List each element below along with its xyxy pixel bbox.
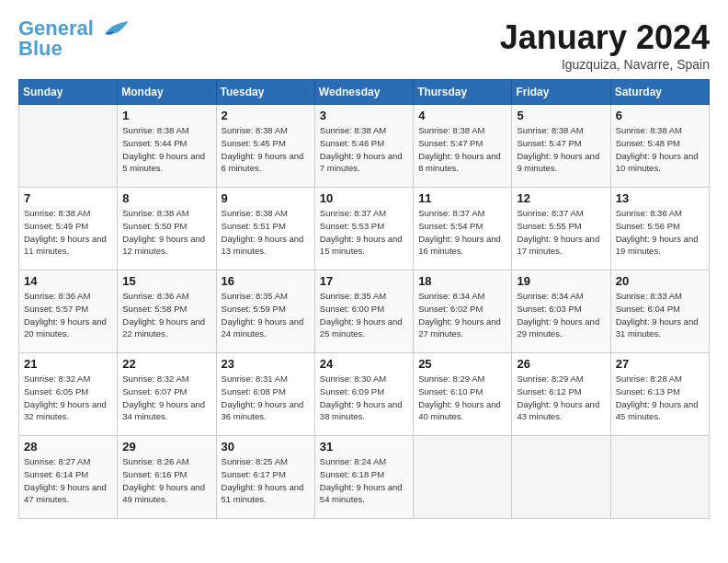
calendar-day-cell: 27 Sunrise: 8:28 AM Sunset: 6:13 PM Dayl… [610,353,709,436]
day-info: Sunrise: 8:25 AM Sunset: 6:17 PM Dayligh… [222,455,310,506]
day-number: 4 [418,109,506,122]
day-info: Sunrise: 8:24 AM Sunset: 6:18 PM Dayligh… [320,455,408,506]
day-number: 9 [222,191,310,205]
calendar-day-cell: 14 Sunrise: 8:36 AM Sunset: 5:57 PM Dayl… [19,270,118,353]
day-number: 18 [418,274,506,288]
calendar-day-cell: 18 Sunrise: 8:34 AM Sunset: 6:02 PM Dayl… [414,270,512,353]
day-number: 14 [24,274,112,288]
logo-text: GeneralBlue [18,18,94,59]
day-info: Sunrise: 8:36 AM Sunset: 5:57 PM Dayligh… [24,290,112,340]
day-number: 2 [222,109,310,122]
calendar-day-cell: 23 Sunrise: 8:31 AM Sunset: 6:08 PM Dayl… [216,353,314,436]
calendar-day-cell [512,436,610,519]
day-info: Sunrise: 8:38 AM Sunset: 5:44 PM Dayligh… [122,124,210,175]
day-number: 21 [24,357,112,371]
day-info: Sunrise: 8:33 AM Sunset: 6:04 PM Dayligh… [616,290,704,340]
day-number: 8 [122,191,210,205]
location: Iguzquiza, Navarre, Spain [500,57,710,72]
header: GeneralBlue January 2024 Iguzquiza, Nava… [18,18,710,72]
day-info: Sunrise: 8:26 AM Sunset: 6:16 PM Dayligh… [122,455,210,506]
day-number: 23 [222,357,310,371]
day-info: Sunrise: 8:32 AM Sunset: 6:07 PM Dayligh… [122,373,210,423]
calendar-week-row: 7 Sunrise: 8:38 AM Sunset: 5:49 PM Dayli… [19,188,710,270]
day-info: Sunrise: 8:35 AM Sunset: 5:59 PM Dayligh… [222,290,310,340]
calendar-day-cell: 16 Sunrise: 8:35 AM Sunset: 5:59 PM Dayl… [216,270,314,353]
day-info: Sunrise: 8:37 AM Sunset: 5:53 PM Dayligh… [320,207,408,258]
calendar-week-row: 1 Sunrise: 8:38 AM Sunset: 5:44 PM Dayli… [19,105,710,188]
day-number: 15 [122,274,210,288]
day-info: Sunrise: 8:28 AM Sunset: 6:13 PM Dayligh… [616,373,704,423]
calendar-day-cell: 12 Sunrise: 8:37 AM Sunset: 5:55 PM Dayl… [512,188,610,270]
calendar-weekday-header: Saturday [610,80,709,105]
calendar-day-cell: 17 Sunrise: 8:35 AM Sunset: 6:00 PM Dayl… [314,270,413,353]
title-area: January 2024 Iguzquiza, Navarre, Spain [500,18,710,72]
day-number: 27 [616,357,704,371]
calendar-day-cell: 28 Sunrise: 8:27 AM Sunset: 6:14 PM Dayl… [19,436,118,519]
day-info: Sunrise: 8:27 AM Sunset: 6:14 PM Dayligh… [24,455,112,506]
day-number: 28 [24,440,112,454]
calendar-day-cell: 13 Sunrise: 8:36 AM Sunset: 5:56 PM Dayl… [610,188,709,270]
day-info: Sunrise: 8:38 AM Sunset: 5:49 PM Dayligh… [24,207,112,258]
day-info: Sunrise: 8:38 AM Sunset: 5:50 PM Dayligh… [122,207,210,258]
calendar-weekday-header: Sunday [19,80,118,105]
calendar-day-cell: 2 Sunrise: 8:38 AM Sunset: 5:45 PM Dayli… [216,105,314,188]
day-number: 7 [24,191,112,205]
day-number: 6 [616,109,704,122]
calendar-week-row: 21 Sunrise: 8:32 AM Sunset: 6:05 PM Dayl… [19,353,710,436]
day-info: Sunrise: 8:38 AM Sunset: 5:51 PM Dayligh… [222,207,310,258]
calendar-day-cell: 15 Sunrise: 8:36 AM Sunset: 5:58 PM Dayl… [118,270,216,353]
calendar-day-cell: 24 Sunrise: 8:30 AM Sunset: 6:09 PM Dayl… [314,353,413,436]
calendar-day-cell [19,105,118,188]
day-info: Sunrise: 8:34 AM Sunset: 6:02 PM Dayligh… [418,290,506,340]
calendar-day-cell: 7 Sunrise: 8:38 AM Sunset: 5:49 PM Dayli… [19,188,118,270]
calendar-day-cell: 4 Sunrise: 8:38 AM Sunset: 5:47 PM Dayli… [414,105,512,188]
day-number: 26 [517,357,605,371]
day-info: Sunrise: 8:38 AM Sunset: 5:48 PM Dayligh… [616,124,704,175]
day-number: 20 [616,274,704,288]
day-number: 29 [122,440,210,454]
day-number: 17 [320,274,408,288]
calendar-day-cell: 30 Sunrise: 8:25 AM Sunset: 6:17 PM Dayl… [216,436,314,519]
calendar-day-cell: 6 Sunrise: 8:38 AM Sunset: 5:48 PM Dayli… [610,105,709,188]
day-info: Sunrise: 8:38 AM Sunset: 5:47 PM Dayligh… [517,124,605,175]
day-number: 24 [320,357,408,371]
day-info: Sunrise: 8:38 AM Sunset: 5:45 PM Dayligh… [222,124,310,175]
logo-bird-icon [96,17,129,43]
calendar-day-cell: 26 Sunrise: 8:29 AM Sunset: 6:12 PM Dayl… [512,353,610,436]
day-info: Sunrise: 8:36 AM Sunset: 5:58 PM Dayligh… [122,290,210,340]
day-info: Sunrise: 8:37 AM Sunset: 5:55 PM Dayligh… [517,207,605,258]
day-info: Sunrise: 8:32 AM Sunset: 6:05 PM Dayligh… [24,373,112,423]
day-number: 22 [122,357,210,371]
day-number: 31 [320,440,408,454]
calendar-day-cell: 21 Sunrise: 8:32 AM Sunset: 6:05 PM Dayl… [19,353,118,436]
day-info: Sunrise: 8:30 AM Sunset: 6:09 PM Dayligh… [320,373,408,423]
day-info: Sunrise: 8:38 AM Sunset: 5:47 PM Dayligh… [418,124,506,175]
calendar-day-cell: 5 Sunrise: 8:38 AM Sunset: 5:47 PM Dayli… [512,105,610,188]
calendar-weekday-header: Tuesday [216,80,314,105]
calendar-weekday-header: Monday [118,80,216,105]
calendar-day-cell: 11 Sunrise: 8:37 AM Sunset: 5:54 PM Dayl… [414,188,512,270]
day-number: 25 [418,357,506,371]
calendar-day-cell: 10 Sunrise: 8:37 AM Sunset: 5:53 PM Dayl… [314,188,413,270]
day-number: 10 [320,191,408,205]
day-info: Sunrise: 8:34 AM Sunset: 6:03 PM Dayligh… [517,290,605,340]
day-number: 1 [122,109,210,122]
calendar-weekday-header: Thursday [414,80,512,105]
day-number: 11 [418,191,506,205]
calendar-day-cell: 9 Sunrise: 8:38 AM Sunset: 5:51 PM Dayli… [216,188,314,270]
calendar-weekday-header: Friday [512,80,610,105]
day-info: Sunrise: 8:35 AM Sunset: 6:00 PM Dayligh… [320,290,408,340]
calendar-day-cell: 19 Sunrise: 8:34 AM Sunset: 6:03 PM Dayl… [512,270,610,353]
day-info: Sunrise: 8:29 AM Sunset: 6:12 PM Dayligh… [517,373,605,423]
calendar-week-row: 14 Sunrise: 8:36 AM Sunset: 5:57 PM Dayl… [19,270,710,353]
day-number: 12 [517,191,605,205]
calendar-day-cell: 29 Sunrise: 8:26 AM Sunset: 6:16 PM Dayl… [118,436,216,519]
calendar-table: SundayMondayTuesdayWednesdayThursdayFrid… [18,79,710,519]
logo: GeneralBlue [18,18,129,59]
day-number: 5 [517,109,605,122]
calendar-week-row: 28 Sunrise: 8:27 AM Sunset: 6:14 PM Dayl… [19,436,710,519]
calendar-body: 1 Sunrise: 8:38 AM Sunset: 5:44 PM Dayli… [19,105,710,519]
day-info: Sunrise: 8:31 AM Sunset: 6:08 PM Dayligh… [222,373,310,423]
calendar-day-cell: 1 Sunrise: 8:38 AM Sunset: 5:44 PM Dayli… [118,105,216,188]
calendar-header-row: SundayMondayTuesdayWednesdayThursdayFrid… [19,80,710,105]
